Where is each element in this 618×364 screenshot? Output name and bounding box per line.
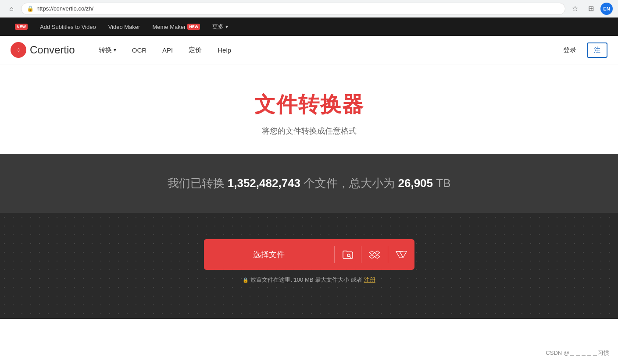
top-nav-more[interactable]: 更多 ▾: [206, 18, 234, 36]
url-text: https://convertio.co/zh/: [36, 5, 93, 12]
stats-middle: 个文件，总大小为: [304, 177, 395, 190]
logo-text: Convertio: [30, 44, 75, 56]
register-link[interactable]: 注册: [364, 276, 375, 284]
logo-icon: [11, 42, 26, 58]
upload-info-text: 放置文件在这里. 100 MB 最大文件大小 或者: [250, 276, 362, 284]
main-nav-links: 转换 ▾ OCR API 定价 Help: [93, 42, 558, 58]
new-badge: NEW: [15, 24, 28, 30]
choose-file-button[interactable]: 选择文件: [204, 239, 334, 270]
upload-box: 选择文件: [204, 239, 414, 270]
stats-banner: 我们已转换 1,352,482,743 个文件，总大小为 26,905 TB: [0, 154, 618, 213]
hero-subtitle: 将您的文件转换成任意格式: [9, 126, 609, 136]
svg-point-1: [17, 49, 20, 51]
svg-line-3: [350, 257, 351, 258]
hero-title: 文件转换器: [9, 91, 609, 119]
folder-search-icon-button[interactable]: [335, 239, 361, 270]
register-button[interactable]: 注: [587, 42, 607, 58]
nav-actions: 登录 注: [558, 42, 607, 58]
home-icon[interactable]: ⌂: [5, 3, 18, 15]
nav-link-help[interactable]: Help: [211, 43, 237, 57]
main-nav: Convertio 转换 ▾ OCR API 定价 Help 登录 注: [0, 36, 618, 64]
top-nav-item-add-subtitles[interactable]: Add Subtitles to Video: [34, 18, 102, 36]
ssl-lock-icon: 🔒: [27, 5, 34, 12]
meme-maker-new-badge: NEW: [187, 24, 200, 30]
stats-prefix: 我们已转换: [168, 177, 225, 190]
dropbox-icon-button[interactable]: [361, 239, 388, 270]
chevron-down-icon: ▾: [114, 47, 116, 53]
hero-section: 文件转换器 将您的文件转换成任意格式: [0, 64, 618, 154]
top-nav-bar: NEW Add Subtitles to Video Video Maker M…: [0, 18, 618, 36]
stats-file-count: 1,352,482,743: [228, 177, 300, 190]
profile-avatar[interactable]: EN: [600, 3, 613, 15]
nav-link-convert[interactable]: 转换 ▾: [93, 42, 122, 58]
nav-link-ocr[interactable]: OCR: [126, 43, 153, 57]
bookmark-icon[interactable]: ☆: [569, 3, 581, 15]
google-drive-icon-button[interactable]: [388, 239, 414, 270]
upload-section: 选择文件 🔒 放置文件在这里: [0, 213, 618, 319]
nav-link-pricing[interactable]: 定价: [182, 42, 208, 58]
svg-point-2: [347, 254, 350, 257]
browser-actions: ☆ ⊞ EN: [569, 3, 613, 15]
top-nav-item-video-maker[interactable]: Video Maker: [102, 18, 146, 36]
login-button[interactable]: 登录: [558, 43, 582, 57]
stats-unit: TB: [436, 177, 450, 190]
top-nav-item-new-badge[interactable]: NEW: [7, 18, 34, 36]
chevron-down-icon: ▾: [225, 24, 228, 30]
stats-text: 我们已转换 1,352,482,743 个文件，总大小为 26,905 TB: [9, 176, 609, 191]
logo[interactable]: Convertio: [11, 42, 75, 58]
info-lock-icon: 🔒: [243, 277, 249, 283]
browser-nav-icons: ⌂: [5, 3, 18, 15]
address-bar[interactable]: 🔒 https://convertio.co/zh/: [21, 3, 565, 15]
extensions-icon[interactable]: ⊞: [585, 3, 597, 15]
nav-link-api[interactable]: API: [156, 43, 179, 57]
upload-info: 🔒 放置文件在这里. 100 MB 最大文件大小 或者 注册: [243, 276, 375, 284]
browser-chrome: ⌂ 🔒 https://convertio.co/zh/ ☆ ⊞ EN: [0, 0, 618, 18]
stats-size: 26,905: [398, 177, 433, 190]
top-nav-item-meme-maker[interactable]: Meme Maker NEW: [146, 18, 206, 36]
